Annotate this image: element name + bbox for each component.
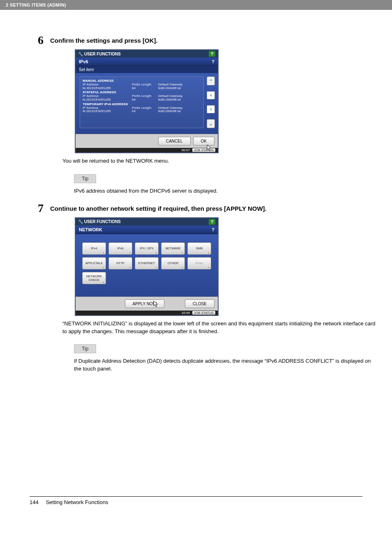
network-tab-header: NETWORK ? (76, 226, 218, 234)
status-time: 10:44 (182, 311, 190, 315)
network-button-grid: IPv4 IPv6 IPX / SPX NETWARE SMB APPLETAL… (80, 242, 214, 284)
cancel-button[interactable]: CANCEL (158, 137, 191, 145)
breadcrumb: 2 SETTING ITEMS (ADMIN) (6, 2, 66, 7)
other-button[interactable]: OTHER (161, 257, 185, 269)
ethernet-button[interactable]: ETHERNET (135, 257, 159, 269)
appletalk-button[interactable]: APPLETALK (82, 257, 106, 269)
cursor-icon (206, 144, 213, 152)
ipv4-button[interactable]: IPv4 (82, 242, 106, 255)
ipv6-scrollbar: ⌃ 4 4 ⌄ (206, 76, 215, 128)
tip-label: Tip (74, 174, 96, 183)
page-title: Setting Network Functions (46, 499, 108, 505)
step-6-row: 6 Confirm the settings and press [OK]. (30, 35, 376, 46)
scroll-up-button[interactable]: ⌃ (207, 76, 215, 85)
http-button[interactable]: HTTP (108, 257, 132, 269)
ipv6-tab-label: IPv6 (79, 59, 88, 64)
step-7-row: 7 Continue to another network setting if… (30, 203, 376, 214)
ipv6-tab-header: IPv6 ? (76, 58, 218, 66)
page-header: 2 SETTING ITEMS (ADMIN) (0, 0, 392, 10)
ipsec-button[interactable]: IPsec (187, 257, 211, 269)
help-icon[interactable]: ? (212, 59, 214, 64)
window-titlebar: 🔧 USER FUNCTIONS ? (76, 50, 218, 58)
ipv6-subtitle: Set item (76, 66, 218, 73)
step-6-title: Confirm the settings and press [OK]. (50, 35, 158, 44)
job-status-button[interactable]: JOB STATUS (192, 311, 215, 315)
step-6-number: 6 (30, 35, 44, 46)
screenshot-ipv6-dialog-wrap: 🔧 USER FUNCTIONS ? IPv6 ? Set item MANUA… (75, 49, 376, 153)
tip-body: If Duplicate Address Detection (DAD) det… (74, 357, 376, 373)
ipv6-address-list: MANUAL ADDRESS IP AddressPrefix LengthDe… (80, 76, 204, 128)
scroll-down-button[interactable]: ⌄ (207, 119, 215, 128)
tip-label: Tip (74, 344, 96, 353)
page-content: 6 Confirm the settings and press [OK]. 🔧… (0, 10, 392, 389)
ipxspx-button[interactable]: IPX / SPX (135, 242, 159, 255)
help-icon[interactable]: ? (212, 227, 214, 232)
ipv6-row: fe:28191ff:fe5f1d5564fe80:266b9ff:de (83, 98, 201, 102)
help-icon[interactable]: ? (209, 219, 215, 225)
cursor-icon (153, 300, 159, 308)
close-button[interactable]: CLOSE (185, 299, 214, 308)
window-titlebar: 🔧 USER FUNCTIONS ? (76, 218, 218, 226)
tip-body: IPv6 address obtained from the DHCPv6 se… (74, 187, 376, 195)
step-7-title: Continue to another network setting if r… (50, 203, 267, 212)
page-footer: 144 Setting Network Functions (30, 496, 362, 505)
window-title-text: 🔧 USER FUNCTIONS (78, 219, 121, 224)
network-tab-label: NETWORK (79, 227, 102, 232)
ipv6-row: fe:28191ff:fe5f1d5564fe80:266b9ff:de (83, 87, 201, 90)
screenshot-network-menu: 🔧 USER FUNCTIONS ? NETWORK ? IPv4 IPv6 I… (75, 217, 219, 316)
screenshot-ipv6-dialog: 🔧 USER FUNCTIONS ? IPv6 ? Set item MANUA… (75, 49, 219, 153)
step-7-number: 7 (30, 203, 44, 214)
step-7-after-text: “NETWORK INITIALIZING” is displayed at t… (62, 320, 376, 336)
ipv6-body: MANUAL ADDRESS IP AddressPrefix LengthDe… (76, 73, 218, 134)
statusbar: 00:07 JOB STATUS (76, 148, 218, 152)
network-check-button[interactable]: NETWORK CHECK (82, 272, 106, 284)
network-footer: APPLY NOW CLOSE (76, 297, 218, 311)
network-body: IPv4 IPv6 IPX / SPX NETWARE SMB APPLETAL… (76, 234, 218, 297)
screenshot-network-menu-wrap: 🔧 USER FUNCTIONS ? NETWORK ? IPv4 IPv6 I… (75, 217, 376, 316)
ipv6-footer: CANCEL OK (76, 134, 218, 148)
smb-button[interactable]: SMB (187, 242, 211, 255)
page-number: 144 (30, 499, 39, 505)
ipv6-button[interactable]: IPv6 (108, 242, 132, 255)
window-title-text: 🔧 USER FUNCTIONS (78, 52, 121, 56)
statusbar: 10:44 JOB STATUS (76, 311, 218, 315)
status-time: 00:07 (182, 148, 190, 152)
scroll-page-indicator-lower: 4 (207, 105, 215, 113)
scroll-page-indicator-upper: 4 (207, 91, 215, 99)
help-icon[interactable]: ? (209, 51, 215, 57)
netware-button[interactable]: NETWARE (161, 242, 185, 255)
step-6-after-text: You will be returned to the NETWORK menu… (62, 157, 376, 165)
ipv6-row: fe:28191ff:fe5f1d5564fe80:266b9ff:de (83, 110, 201, 113)
